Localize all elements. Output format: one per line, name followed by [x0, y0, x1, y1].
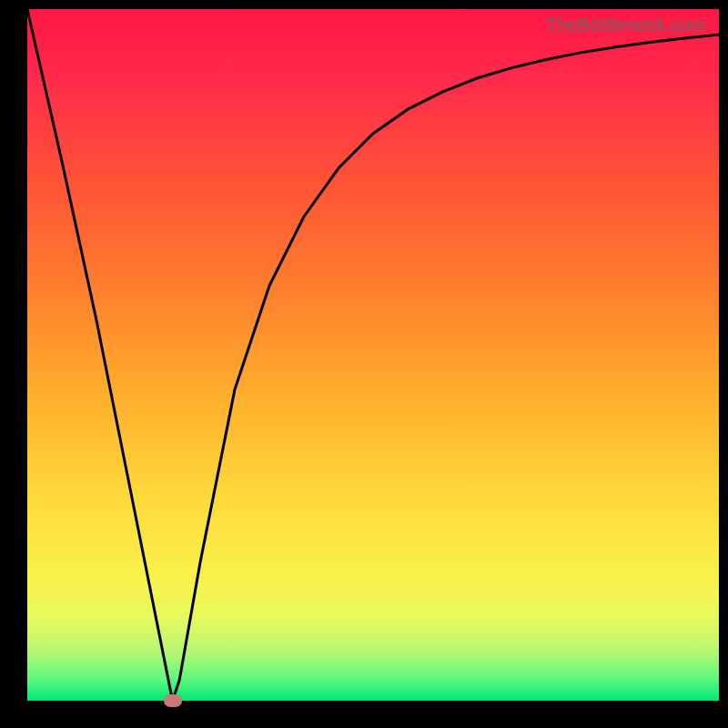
optimal-point-marker: [164, 694, 182, 707]
plot-area: TheBottleneck.com: [27, 9, 719, 701]
bottleneck-curve: [27, 9, 719, 701]
chart-canvas: TheBottleneck.com: [0, 0, 728, 728]
